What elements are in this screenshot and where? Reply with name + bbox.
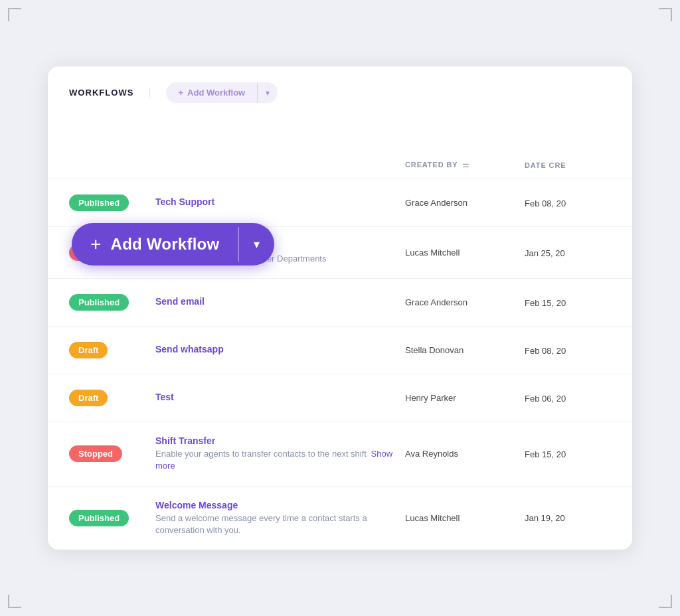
corner-tr: [659, 8, 672, 21]
table-row: Draft Send whatsapp Stella Donovan Feb 0…: [48, 327, 632, 374]
date-value: Feb 06, 20: [525, 394, 566, 404]
workflow-name[interactable]: Send email: [155, 296, 405, 307]
status-badge: Published: [69, 510, 129, 526]
date-value: Feb 15, 20: [525, 449, 566, 459]
add-workflow-big-button[interactable]: + Add Workflow ▾: [72, 223, 274, 266]
add-workflow-ghost-chevron[interactable]: ▾: [258, 83, 278, 103]
created-by-cell: Stella Donovan: [405, 345, 525, 355]
status-badge: Published: [69, 294, 129, 311]
status-cell: Published: [69, 294, 155, 311]
table-row: Draft Test Henry Parker Feb 06, 20: [48, 374, 632, 422]
created-by-value: Lucas Mitchell: [405, 513, 460, 523]
name-cell: Tech Support: [155, 196, 405, 209]
name-cell: Test: [155, 392, 405, 404]
add-workflow-big-main[interactable]: + Add Workflow: [72, 223, 238, 266]
corner-br: [659, 595, 672, 608]
plus-icon-ghost: +: [178, 88, 183, 98]
corner-tl: [8, 8, 21, 21]
add-workflow-ghost-button[interactable]: + Add Workflow ▾: [166, 82, 278, 103]
date-cell: Jan 19, 20: [525, 512, 611, 524]
created-by-value: Henry Parker: [405, 393, 456, 403]
add-workflow-ghost-label: Add Workflow: [187, 88, 245, 98]
table-row: Published Tech Support Grace Anderson Fe…: [48, 179, 632, 227]
name-cell: Welcome Message Send a welcome message e…: [155, 500, 405, 536]
page-wrapper: WORKFLOWS + Add Workflow ▾ + Add Workflo…: [0, 0, 680, 616]
add-workflow-ghost-main[interactable]: + Add Workflow: [166, 82, 257, 103]
status-cell: Stopped: [69, 445, 155, 462]
date-cell: Feb 15, 20: [525, 448, 611, 460]
created-by-value: Ava Reynolds: [405, 449, 458, 459]
col-header-date: DATE CRE: [525, 159, 611, 171]
date-value: Jan 25, 20: [525, 248, 565, 258]
status-badge: Stopped: [69, 445, 122, 462]
col-header-created-by: CREATED BY ⚌: [405, 160, 525, 169]
created-by-value: Grace Anderson: [405, 198, 468, 208]
table-row: Stopped Shift Transfer Enable your agent…: [48, 422, 632, 486]
add-workflow-big-label: Add Workflow: [111, 235, 220, 254]
date-cell: Jan 25, 20: [525, 247, 611, 259]
name-cell: Shift Transfer Enable your agents to tra…: [155, 435, 405, 472]
workflows-title: WORKFLOWS: [69, 88, 150, 98]
main-card: WORKFLOWS + Add Workflow ▾ + Add Workflo…: [48, 66, 632, 550]
workflow-desc: Enable your agents to transfer contacts …: [155, 448, 405, 472]
created-by-value: Lucas Mitchell: [405, 248, 460, 258]
workflow-name[interactable]: Welcome Message: [155, 500, 405, 510]
date-value: Feb 15, 20: [525, 298, 566, 308]
table-header-row: CREATED BY ⚌ DATE CRE: [48, 151, 632, 179]
date-cell: Feb 15, 20: [525, 297, 611, 309]
date-cell: Feb 08, 20: [525, 197, 611, 209]
status-cell: Published: [69, 510, 155, 526]
status-cell: Draft: [69, 342, 155, 358]
status-badge: Draft: [69, 342, 108, 358]
workflow-name[interactable]: Send whatsapp: [155, 344, 405, 354]
created-by-cell: Ava Reynolds: [405, 449, 525, 459]
name-cell: Send whatsapp: [155, 344, 405, 356]
corner-bl: [8, 595, 21, 608]
created-by-value: Grace Anderson: [405, 297, 468, 307]
name-cell: Send email: [155, 296, 405, 309]
status-badge: Draft: [69, 390, 108, 406]
created-by-cell: Lucas Mitchell: [405, 513, 525, 523]
status-badge: Published: [69, 194, 129, 211]
show-more-link[interactable]: Show more: [155, 449, 392, 471]
date-value: Jan 19, 20: [525, 513, 565, 523]
status-cell: Published: [69, 194, 155, 211]
filter-icon[interactable]: ⚌: [462, 160, 469, 169]
table-row: Published Welcome Message Send a welcome…: [48, 487, 632, 550]
workflows-table: CREATED BY ⚌ DATE CRE Published Tech Sup…: [48, 151, 632, 550]
created-by-cell: Grace Anderson: [405, 297, 525, 307]
workflow-desc: Send a welcome message every time a cont…: [155, 512, 405, 536]
date-cell: Feb 08, 20: [525, 345, 611, 356]
table-row: Published Send email Grace Anderson Feb …: [48, 279, 632, 327]
status-cell: Draft: [69, 390, 155, 406]
date-value: Feb 08, 20: [525, 198, 566, 208]
created-by-cell: Henry Parker: [405, 393, 525, 403]
card-header: WORKFLOWS + Add Workflow ▾: [48, 66, 632, 103]
created-by-value: Stella Donovan: [405, 345, 464, 355]
add-workflow-big-chevron[interactable]: ▾: [239, 225, 274, 264]
date-value: Feb 08, 20: [525, 346, 566, 356]
created-by-label: CREATED BY: [405, 161, 458, 169]
created-by-cell: Lucas Mitchell: [405, 248, 525, 258]
date-created-label: DATE CRE: [525, 161, 566, 169]
workflow-name[interactable]: Tech Support: [155, 196, 405, 207]
workflow-name[interactable]: Shift Transfer: [155, 435, 405, 446]
date-cell: Feb 06, 20: [525, 392, 611, 404]
plus-icon-big: +: [90, 235, 102, 254]
workflow-name[interactable]: Test: [155, 392, 405, 402]
created-by-cell: Grace Anderson: [405, 198, 525, 208]
